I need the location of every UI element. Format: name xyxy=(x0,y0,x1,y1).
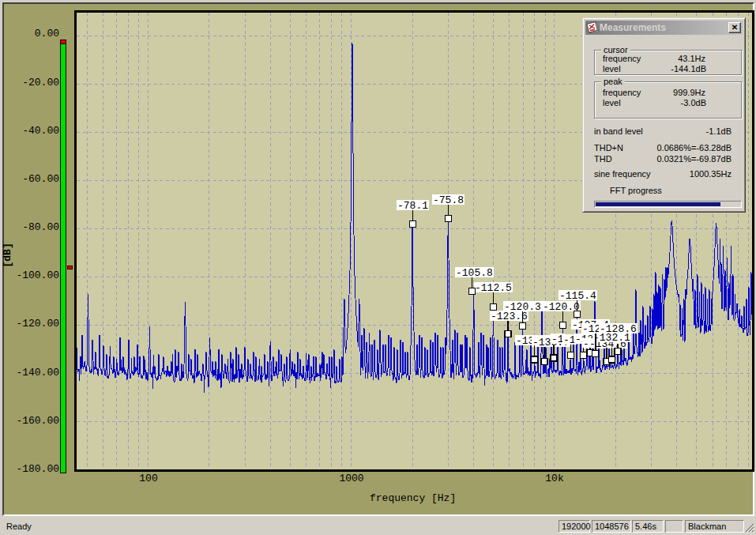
svg-text:-75.8: -75.8 xyxy=(433,194,464,206)
svg-text:-78.1: -78.1 xyxy=(397,200,428,212)
svg-text:-1: -1 xyxy=(563,334,576,346)
svg-text:-105.8: -105.8 xyxy=(456,267,493,279)
svg-text:-1: -1 xyxy=(551,333,564,345)
svg-text:-132.1: -132.1 xyxy=(593,332,630,344)
svg-text:-115.4: -115.4 xyxy=(559,290,596,302)
svg-text:-112.5: -112.5 xyxy=(475,282,512,294)
